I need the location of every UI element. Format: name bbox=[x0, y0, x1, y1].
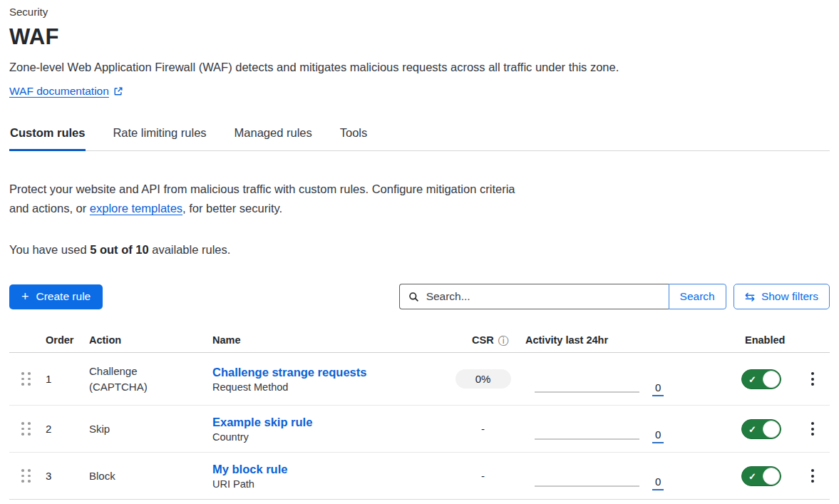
enabled-toggle[interactable]: ✓ bbox=[741, 369, 781, 389]
activity-sparkline bbox=[535, 485, 639, 487]
rule-activity-cell: 0 bbox=[517, 353, 734, 405]
activity-count-link[interactable]: 0 bbox=[652, 428, 664, 443]
search-icon bbox=[408, 292, 419, 302]
breadcrumb-security: Security bbox=[9, 6, 830, 18]
rule-field: Request Method bbox=[212, 381, 449, 393]
usage-prefix: You have used bbox=[9, 243, 90, 256]
drag-cell bbox=[9, 469, 40, 483]
rule-name-link[interactable]: My block rule bbox=[212, 463, 449, 476]
drag-handle-icon[interactable] bbox=[21, 422, 31, 436]
explore-templates-link[interactable]: explore templates bbox=[90, 202, 182, 215]
search-button[interactable]: Search bbox=[669, 284, 726, 309]
activity-count-link[interactable]: 0 bbox=[652, 381, 664, 396]
rule-order: 3 bbox=[40, 470, 86, 482]
plus-icon: + bbox=[21, 290, 29, 303]
rule-enabled-cell: ✓ bbox=[734, 466, 795, 486]
csr-value: 0% bbox=[455, 369, 511, 389]
rule-menu-cell bbox=[795, 419, 830, 438]
rules-toolbar: + Create rule Search ⇆ Show filt bbox=[9, 284, 830, 309]
create-rule-label: Create rule bbox=[36, 290, 91, 303]
page-title: WAF bbox=[9, 24, 830, 50]
rule-action: Challenge (CAPTCHA) bbox=[86, 364, 178, 395]
table-body: 1 Challenge (CAPTCHA) Challenge strange … bbox=[9, 353, 830, 499]
rule-name-cell: My block rule URI Path bbox=[212, 463, 449, 490]
toggle-knob bbox=[763, 468, 780, 485]
drag-handle-icon[interactable] bbox=[21, 372, 31, 386]
toggle-knob bbox=[763, 371, 780, 388]
rule-name-cell: Example skip rule Country bbox=[212, 416, 449, 443]
external-link-icon bbox=[113, 86, 123, 96]
search-box bbox=[399, 284, 669, 309]
table-row: 1 Challenge (CAPTCHA) Challenge strange … bbox=[9, 353, 830, 405]
page-description: Zone-level Web Application Firewall (WAF… bbox=[9, 61, 830, 74]
drag-cell bbox=[9, 372, 40, 386]
info-icon[interactable]: ⓘ bbox=[498, 335, 509, 346]
toggle-check-icon: ✓ bbox=[748, 374, 756, 384]
activity-count-link[interactable]: 0 bbox=[652, 475, 664, 490]
rule-activity-cell: 0 bbox=[517, 406, 734, 452]
tab-tools[interactable]: Tools bbox=[339, 120, 369, 151]
header-csr: CSR ⓘ bbox=[449, 334, 517, 346]
drag-handle-icon[interactable] bbox=[21, 469, 31, 483]
rule-order: 2 bbox=[40, 423, 86, 435]
rule-order: 1 bbox=[40, 373, 86, 385]
header-order: Order bbox=[40, 334, 86, 346]
usage-suffix: available rules. bbox=[149, 243, 231, 256]
table-row: 2 Skip Example skip rule Country - 0 ✓ bbox=[9, 405, 830, 452]
rule-enabled-cell: ✓ bbox=[734, 419, 795, 439]
rule-menu-cell bbox=[795, 466, 830, 485]
create-rule-button[interactable]: + Create rule bbox=[9, 284, 103, 309]
tab-bar: Custom rules Rate limiting rules Managed… bbox=[9, 120, 830, 151]
csr-value: - bbox=[481, 419, 485, 438]
activity-sparkline bbox=[535, 438, 639, 440]
toggle-check-icon: ✓ bbox=[748, 470, 756, 481]
waf-page: Security WAF Zone-level Web Application … bbox=[0, 0, 839, 500]
search-group: Search bbox=[399, 284, 726, 309]
toggle-check-icon: ✓ bbox=[748, 423, 756, 434]
header-enabled: Enabled bbox=[734, 334, 795, 346]
custom-rules-intro: Protect your website and API from malici… bbox=[9, 180, 535, 218]
rule-name-link[interactable]: Example skip rule bbox=[212, 416, 449, 429]
csr-value: - bbox=[481, 466, 485, 485]
intro-text-after: , for better security. bbox=[182, 202, 282, 215]
enabled-toggle[interactable]: ✓ bbox=[741, 419, 781, 439]
rule-csr-cell: - bbox=[449, 466, 517, 485]
drag-cell bbox=[9, 422, 40, 436]
rule-enabled-cell: ✓ bbox=[734, 369, 795, 389]
header-csr-label: CSR bbox=[472, 334, 494, 346]
show-filters-button[interactable]: ⇆ Show filters bbox=[734, 284, 830, 309]
rule-action: Skip bbox=[86, 421, 178, 437]
rule-action: Block bbox=[86, 468, 178, 484]
table-header-row: Order Action Name CSR ⓘ Activity last 24… bbox=[9, 330, 830, 353]
tab-managed-rules[interactable]: Managed rules bbox=[234, 120, 313, 151]
header-activity: Activity last 24hr bbox=[517, 334, 734, 346]
rule-field: URI Path bbox=[212, 478, 449, 490]
kebab-menu-icon[interactable] bbox=[804, 369, 821, 389]
kebab-menu-icon[interactable] bbox=[804, 466, 821, 485]
header-name: Name bbox=[212, 334, 449, 346]
header-action: Action bbox=[86, 334, 212, 346]
search-input[interactable] bbox=[425, 289, 660, 304]
enabled-toggle[interactable]: ✓ bbox=[741, 466, 781, 486]
waf-documentation-link[interactable]: WAF documentation bbox=[9, 85, 109, 98]
tab-rate-limiting-rules[interactable]: Rate limiting rules bbox=[112, 120, 207, 151]
rules-table: Order Action Name CSR ⓘ Activity last 24… bbox=[9, 330, 830, 500]
rule-activity-cell: 0 bbox=[517, 453, 734, 499]
table-row: 3 Block My block rule URI Path - 0 ✓ bbox=[9, 452, 830, 499]
usage-count: 5 out of 10 bbox=[90, 243, 149, 256]
rule-field: Country bbox=[212, 431, 449, 443]
rule-name-cell: Challenge strange requests Request Metho… bbox=[212, 366, 449, 393]
rules-usage-summary: You have used 5 out of 10 available rule… bbox=[9, 243, 830, 257]
rule-csr-cell: - bbox=[449, 419, 517, 438]
tab-custom-rules[interactable]: Custom rules bbox=[9, 120, 86, 151]
activity-sparkline bbox=[535, 391, 639, 393]
kebab-menu-icon[interactable] bbox=[804, 419, 821, 438]
toggle-knob bbox=[763, 421, 780, 438]
show-filters-label: Show filters bbox=[761, 290, 818, 303]
rule-menu-cell bbox=[795, 369, 830, 389]
rule-name-link[interactable]: Challenge strange requests bbox=[212, 366, 449, 379]
filters-swap-icon: ⇆ bbox=[745, 291, 755, 303]
rule-csr-cell: 0% bbox=[449, 369, 517, 389]
